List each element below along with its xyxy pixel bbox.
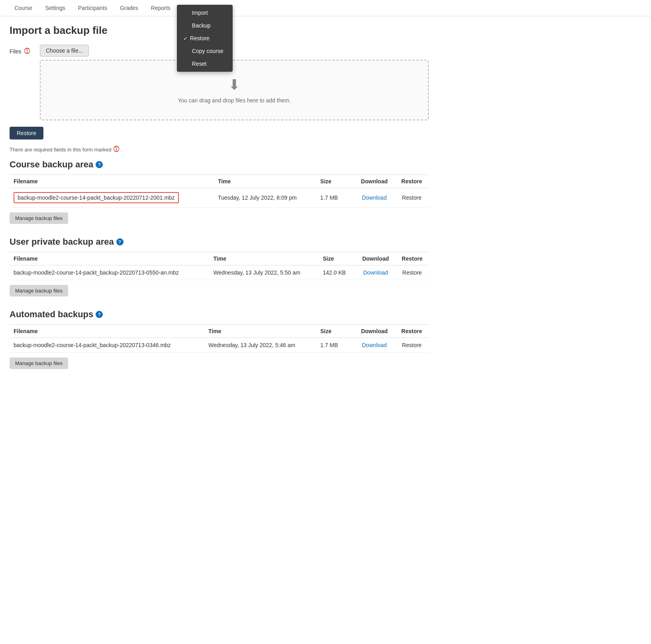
course-backup-restore: Restore bbox=[395, 188, 429, 208]
table-row: backup-moodle2-course-14-packt_backup-20… bbox=[10, 188, 429, 208]
more-dropdown-container: More ▾ Import Backup ✓ Restore Copy cour… bbox=[177, 5, 207, 11]
nav-settings[interactable]: Settings bbox=[39, 0, 72, 16]
col-size-3: Size bbox=[316, 325, 354, 338]
automated-backup-manage-button[interactable]: Manage backup files bbox=[10, 357, 68, 369]
user-private-backup-header-row: Filename Time Size Download Restore bbox=[10, 252, 429, 265]
user-private-backup-heading: User private backup area ? bbox=[10, 237, 429, 247]
nav-participants[interactable]: Participants bbox=[72, 0, 114, 16]
drop-zone-text: You can drag and drop files here to add … bbox=[49, 97, 420, 104]
automated-backup-time: Wednesday, 13 July 2022, 5:46 am bbox=[204, 338, 316, 353]
col-restore-3: Restore bbox=[395, 325, 429, 338]
automated-backups-header-row: Filename Time Size Download Restore bbox=[10, 325, 429, 338]
nav-course[interactable]: Course bbox=[8, 0, 39, 16]
course-backup-time: Tuesday, 12 July 2022, 8:09 pm bbox=[214, 188, 316, 208]
more-dropdown-menu: Import Backup ✓ Restore Copy course Rese… bbox=[177, 5, 233, 72]
col-size-1: Size bbox=[316, 175, 354, 188]
col-time-2: Time bbox=[210, 252, 319, 265]
user-private-restore: Restore bbox=[396, 265, 429, 280]
course-backup-heading: Course backup area ? bbox=[10, 159, 429, 170]
files-label: Files ⓵ bbox=[10, 45, 33, 55]
user-private-filename: backup-moodle2-course-14-packt_backup-20… bbox=[10, 265, 210, 280]
course-backup-header-row: Filename Time Size Download Restore bbox=[10, 175, 429, 188]
dropdown-reset[interactable]: Reset bbox=[177, 57, 233, 70]
dropdown-backup[interactable]: Backup bbox=[177, 19, 233, 32]
user-private-download: Download bbox=[356, 265, 396, 280]
dropdown-reset-label: Reset bbox=[192, 61, 207, 67]
table-row: backup-moodle2-course-14-packt_backup-20… bbox=[10, 338, 429, 353]
dropdown-backup-label: Backup bbox=[192, 22, 211, 29]
user-private-backup-help-icon[interactable]: ? bbox=[116, 238, 124, 245]
nav-reports[interactable]: Reports bbox=[145, 0, 177, 16]
user-private-size: 142.0 KB bbox=[319, 265, 355, 280]
automated-backup-restore-link[interactable]: Restore bbox=[402, 342, 422, 348]
restore-checkmark: ✓ bbox=[183, 35, 188, 41]
col-filename-3: Filename bbox=[10, 325, 204, 338]
top-navigation: Course Settings Participants Grades Repo… bbox=[0, 0, 651, 16]
dropdown-copy-course-label: Copy course bbox=[192, 48, 224, 54]
col-size-2: Size bbox=[319, 252, 355, 265]
course-backup-heading-text: Course backup area bbox=[10, 159, 93, 170]
automated-backup-filename: backup-moodle2-course-14-packt_backup-20… bbox=[10, 338, 204, 353]
files-required-icon: ⓵ bbox=[24, 48, 30, 55]
files-label-text: Files bbox=[10, 48, 22, 55]
automated-backups-table: Filename Time Size Download Restore back… bbox=[10, 325, 429, 353]
col-time-1: Time bbox=[214, 175, 316, 188]
user-private-download-link[interactable]: Download bbox=[363, 269, 388, 276]
files-field: Choose a file... ⬇ You can drag and drop… bbox=[40, 45, 429, 120]
col-download-3: Download bbox=[354, 325, 394, 338]
user-private-backup-table: Filename Time Size Download Restore back… bbox=[10, 252, 429, 280]
col-time-3: Time bbox=[204, 325, 316, 338]
automated-backups-help-icon[interactable]: ? bbox=[96, 311, 103, 318]
col-download-1: Download bbox=[354, 175, 395, 188]
automated-backup-size: 1.7 MB bbox=[316, 338, 354, 353]
required-fields-notice: There are required fields in this form m… bbox=[10, 146, 429, 153]
file-drop-zone[interactable]: ⬇ You can drag and drop files here to ad… bbox=[40, 60, 429, 120]
highlighted-filename: backup-moodle2-course-14-packt_backup-20… bbox=[14, 192, 179, 203]
user-private-time: Wednesday, 13 July 2022, 5:50 am bbox=[210, 265, 319, 280]
automated-backups-heading: Automated backups ? bbox=[10, 309, 429, 320]
col-filename-2: Filename bbox=[10, 252, 210, 265]
dropdown-import-label: Import bbox=[192, 10, 208, 16]
dropdown-import[interactable]: Import bbox=[177, 6, 233, 19]
course-backup-size: 1.7 MB bbox=[316, 188, 354, 208]
automated-backup-download: Download bbox=[354, 338, 394, 353]
required-dot: . bbox=[121, 147, 123, 153]
user-private-backup-heading-text: User private backup area bbox=[10, 237, 114, 247]
course-backup-download-link[interactable]: Download bbox=[362, 194, 386, 201]
required-notice-text: There are required fields in this form m… bbox=[10, 147, 112, 153]
nav-grades[interactable]: Grades bbox=[114, 0, 145, 16]
course-backup-filename: backup-moodle2-course-14-packt_backup-20… bbox=[10, 188, 214, 208]
col-filename-1: Filename bbox=[10, 175, 214, 188]
col-restore-2: Restore bbox=[396, 252, 429, 265]
course-backup-help-icon[interactable]: ? bbox=[96, 161, 103, 168]
course-backup-manage-button[interactable]: Manage backup files bbox=[10, 212, 68, 224]
course-backup-table: Filename Time Size Download Restore back… bbox=[10, 175, 429, 208]
dropdown-restore-label: Restore bbox=[190, 35, 210, 41]
restore-button[interactable]: Restore bbox=[10, 127, 43, 139]
user-private-backup-manage-button[interactable]: Manage backup files bbox=[10, 285, 68, 296]
dropdown-copy-course[interactable]: Copy course bbox=[177, 45, 233, 57]
col-restore-1: Restore bbox=[395, 175, 429, 188]
dropdown-restore[interactable]: ✓ Restore bbox=[177, 32, 233, 45]
automated-backup-download-link[interactable]: Download bbox=[362, 342, 386, 348]
download-arrow-icon: ⬇ bbox=[49, 77, 420, 93]
course-backup-restore-link[interactable]: Restore bbox=[402, 194, 422, 201]
table-row: backup-moodle2-course-14-packt_backup-20… bbox=[10, 265, 429, 280]
col-download-2: Download bbox=[356, 252, 396, 265]
automated-backups-heading-text: Automated backups bbox=[10, 309, 93, 320]
user-private-restore-link[interactable]: Restore bbox=[402, 269, 422, 276]
choose-file-button[interactable]: Choose a file... bbox=[40, 45, 89, 57]
automated-backup-restore: Restore bbox=[395, 338, 429, 353]
required-icon: ⓵ bbox=[113, 146, 120, 153]
course-backup-download: Download bbox=[354, 188, 395, 208]
